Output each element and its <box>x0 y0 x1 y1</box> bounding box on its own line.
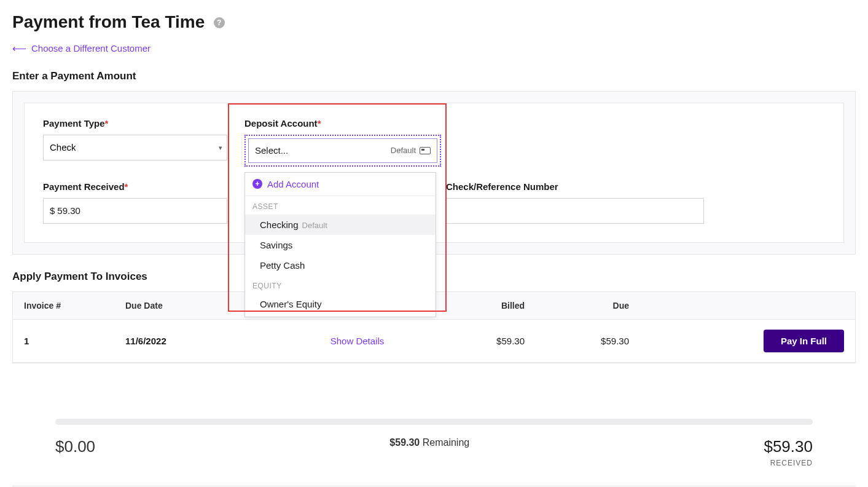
table-row: 1 11/6/2022 Show Details $59.30 $59.30 P… <box>13 320 855 363</box>
dropdown-group-equity: EQUITY <box>245 275 436 294</box>
amount-remaining: $59.30 Remaining <box>389 437 469 448</box>
invoice-due: $59.30 <box>549 336 678 346</box>
dropdown-item-petty-cash[interactable]: Petty Cash <box>245 255 436 275</box>
back-arrow-icon: ⟵ <box>12 44 26 53</box>
payment-type-label: Payment Type* <box>43 118 244 129</box>
enter-payment-heading: Enter a Payment Amount <box>12 70 856 82</box>
check-reference-label: Check/Reference Number <box>446 181 704 192</box>
payment-received-input[interactable]: $59.30 <box>43 198 227 224</box>
currency-symbol: $ <box>50 205 55 216</box>
footer-divider <box>12 486 856 486</box>
col-header-billed: Billed <box>439 301 549 311</box>
invoice-due-date: 11/6/2022 <box>125 336 276 346</box>
show-details-link[interactable]: Show Details <box>330 336 385 346</box>
default-badge-text: Default <box>391 146 416 155</box>
amount-received: $59.30 <box>764 437 813 456</box>
help-icon[interactable]: ? <box>214 17 225 28</box>
deposit-account-dropdown: + Add Account ASSET CheckingDefault Savi… <box>244 172 436 317</box>
add-account-label: Add Account <box>267 179 319 189</box>
choose-different-customer-link[interactable]: ⟵ Choose a Different Customer <box>12 43 151 53</box>
dropdown-item-savings[interactable]: Savings <box>245 235 436 255</box>
deposit-account-select[interactable]: Select... Default <box>248 138 437 163</box>
payment-summary-footer: $0.00 $59.30 Remaining $59.30 RECEIVED <box>12 419 856 467</box>
pay-in-full-button[interactable]: Pay In Full <box>764 330 844 352</box>
payment-panel: Payment Type* Check ▾ Deposit Account* S… <box>12 91 856 255</box>
invoice-billed: $59.30 <box>439 336 549 346</box>
dropdown-item-owners-equity[interactable]: Owner's Equity <box>245 294 436 314</box>
amount-paid: $0.00 <box>55 437 95 456</box>
col-header-due: Due <box>549 301 678 311</box>
card-icon <box>420 147 431 154</box>
plus-icon: + <box>252 179 262 189</box>
deposit-account-label: Deposit Account* <box>244 118 446 129</box>
progress-bar <box>55 419 813 425</box>
dropdown-group-asset: ASSET <box>245 196 436 215</box>
deposit-account-placeholder: Select... <box>255 145 288 156</box>
add-account-option[interactable]: + Add Account <box>245 173 436 196</box>
invoice-number: 1 <box>24 336 125 346</box>
payment-type-select[interactable]: Check <box>43 135 227 160</box>
dropdown-item-checking[interactable]: CheckingDefault <box>245 215 436 235</box>
payment-received-label: Payment Received* <box>43 181 244 192</box>
payment-received-value: 59.30 <box>57 205 80 216</box>
col-header-invoice: Invoice # <box>24 301 125 311</box>
check-reference-input[interactable] <box>446 198 704 224</box>
payment-inner-panel: Payment Type* Check ▾ Deposit Account* S… <box>24 103 844 243</box>
back-link-label: Choose a Different Customer <box>31 43 151 53</box>
page-title: Payment from Tea Time <box>12 12 205 32</box>
received-label: RECEIVED <box>764 459 813 467</box>
